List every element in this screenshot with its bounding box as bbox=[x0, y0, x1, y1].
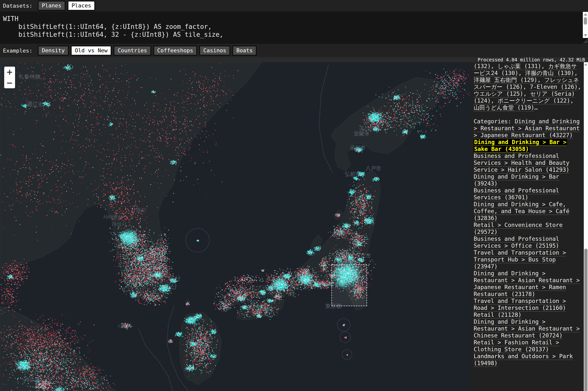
example-button-countries[interactable]: Countries bbox=[114, 46, 151, 56]
brand-link[interactable]: ウエルシア (125) bbox=[474, 91, 523, 97]
category-link[interactable]: Dining and Drinking > Restaurant > Asian… bbox=[474, 318, 580, 339]
map-selection-rect[interactable] bbox=[331, 265, 367, 306]
sql-editor[interactable]: WITH bitShiftLeft(1::UInt64, {z:UInt8}) … bbox=[0, 11, 588, 44]
map-zoom-control: + − bbox=[4, 67, 15, 88]
category-link[interactable]: Dining and Drinking > Cafe, Coffee, and … bbox=[474, 201, 570, 221]
datasets-label: Datasets: bbox=[3, 3, 32, 9]
brand-link[interactable]: しゃぶ葉 (131) bbox=[498, 63, 541, 69]
map-canvas[interactable] bbox=[0, 62, 470, 391]
sql-line: bitShiftLeft(1::UInt64, 32 - {z:UInt8}) … bbox=[3, 31, 581, 38]
category-link[interactable]: Dining and Drinking > Bar (39243) bbox=[474, 173, 559, 187]
example-button-coffeeshops[interactable]: Coffeeshops bbox=[153, 46, 197, 56]
brand-link[interactable]: 洋麺屋 五右衛門 (129) bbox=[474, 77, 537, 83]
category-link[interactable]: Travel and Transportation > Transport Hu… bbox=[474, 249, 566, 270]
brand-link[interactable]: 7-Eleven (126) bbox=[530, 84, 578, 90]
sidebar: (132), しゃぶ葉 (131), カギ救急サービス24 (130), 洋服の… bbox=[470, 62, 584, 391]
sidebar-category-list: Categories: Dining and Drinking > Restau… bbox=[474, 118, 582, 367]
category-link[interactable]: Business and Professional Services > Hea… bbox=[474, 153, 570, 173]
zoom-out-button[interactable]: − bbox=[4, 78, 15, 88]
brand-link[interactable]: ポニークリーニング (122) bbox=[498, 98, 570, 104]
category-link[interactable]: Retail (21128) bbox=[474, 311, 522, 318]
category-link[interactable]: Dining and Drinking > Restaurant > Asian… bbox=[474, 270, 580, 297]
zoom-in-button[interactable]: + bbox=[4, 67, 15, 78]
category-link[interactable]: Retail > Fashion Retail > Clothing Store… bbox=[474, 339, 559, 353]
sql-scrollbar-thumb[interactable] bbox=[584, 17, 587, 25]
map-container[interactable]: + − bbox=[0, 62, 470, 391]
example-button-density[interactable]: Density bbox=[38, 46, 69, 56]
brand-link[interactable]: 山田うどん食堂 (119) bbox=[474, 104, 534, 111]
example-button-casinos[interactable]: Casinos bbox=[199, 46, 230, 56]
dataset-button-planes[interactable]: Planes bbox=[38, 1, 65, 11]
brand-link[interactable]: (132) bbox=[474, 63, 491, 69]
sql-line: WITH bbox=[3, 15, 581, 23]
main-content: + − (132), しゃぶ葉 (131), カギ救急サービス24 (130),… bbox=[0, 62, 588, 391]
dataset-button-places[interactable]: Places bbox=[68, 1, 95, 11]
sidebar-scrollbar-thumb[interactable] bbox=[584, 249, 588, 391]
category-link[interactable]: Dining and Drinking > Bar > Sake Bar (43… bbox=[474, 139, 567, 152]
scroll-up-arrow-icon[interactable] bbox=[584, 63, 587, 65]
category-link[interactable]: Landmarks and Outdoors > Park (19498) bbox=[474, 353, 573, 366]
sidebar-scrollbar[interactable] bbox=[584, 62, 588, 391]
app-root: Datasets: Planes Places WITH bitShiftLef… bbox=[0, 0, 588, 391]
category-link[interactable]: Business and Professional Services > Off… bbox=[474, 236, 559, 249]
examples-bar: Examples: Density Old vs New Countries C… bbox=[0, 44, 588, 57]
resize-grip-icon[interactable] bbox=[583, 39, 588, 43]
datasets-bar: Datasets: Planes Places bbox=[0, 0, 588, 11]
category-link[interactable]: Travel and Transportation > Road > Inter… bbox=[474, 298, 566, 311]
example-button-old-vs-new[interactable]: Old vs New bbox=[71, 46, 111, 56]
scroll-up-arrow-icon[interactable] bbox=[584, 13, 587, 15]
category-link[interactable]: Business and Professional Services (3670… bbox=[474, 187, 559, 200]
sql-editor-scrollbar[interactable] bbox=[583, 12, 588, 38]
examples-label: Examples: bbox=[3, 48, 32, 54]
status-text: Processed 4.04 million rows, 42.32 MiB bbox=[478, 57, 585, 62]
category-link[interactable]: Retail > Convenience Store (29572) bbox=[474, 222, 563, 235]
categories-label: Categories: bbox=[474, 118, 515, 125]
scroll-down-arrow-icon[interactable] bbox=[584, 34, 587, 36]
sql-line: bitShiftLeft(1::UInt64, {z:UInt8}) AS zo… bbox=[3, 23, 581, 31]
sidebar-brand-list: (132), しゃぶ葉 (131), カギ救急サービス24 (130), 洋服の… bbox=[474, 63, 582, 111]
brand-link[interactable]: 洋服の青山 (130) bbox=[525, 70, 575, 76]
example-button-boats[interactable]: Boats bbox=[232, 46, 257, 56]
status-bar: Processed 4.04 million rows, 42.32 MiB bbox=[0, 57, 588, 62]
